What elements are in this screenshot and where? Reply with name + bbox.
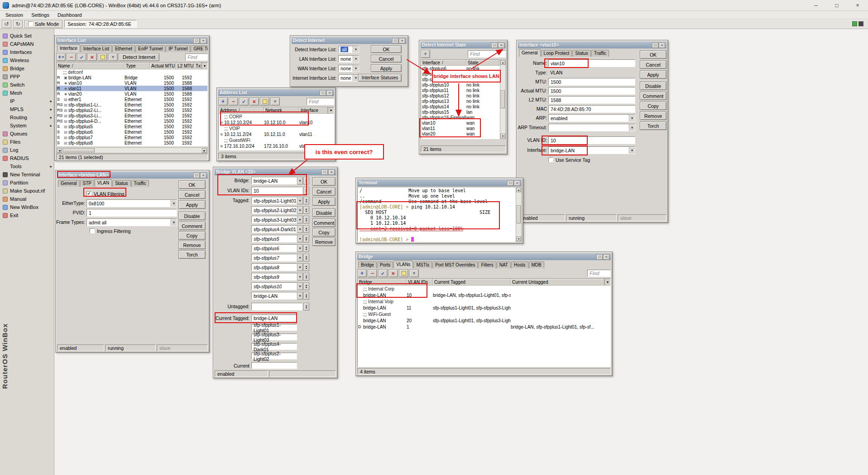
sidebar-item-system[interactable]: System▸ (0, 121, 54, 130)
tagged-dropdown[interactable]: sfp-sfpplus9 (251, 273, 297, 281)
restore-icon[interactable]: □ (320, 90, 326, 96)
table-row[interactable]: Dbridge-LAN1bridge-LAN, sfp-sfpplus1-Lig… (358, 324, 610, 330)
bridge-spinner[interactable]: ▴▾ (303, 177, 309, 184)
table-row[interactable]: sfp-sfpplus14no link (421, 104, 499, 109)
spinner[interactable]: ▴▾ (303, 216, 309, 223)
table-row[interactable]: ;;; Internal Corp (358, 286, 610, 292)
sidebar-item-switch[interactable]: Switch (0, 81, 54, 89)
ok-button[interactable]: OK (371, 45, 402, 53)
spinner[interactable]: ▴▾ (303, 225, 309, 233)
scroll-thumb[interactable] (501, 90, 505, 108)
restore-icon[interactable]: □ (507, 180, 513, 186)
col-address[interactable]: Address/ (219, 107, 264, 113)
vlan-ids-input[interactable]: 10 (251, 187, 302, 194)
spinner[interactable]: ▴▾ (303, 263, 309, 271)
enable-button[interactable]: ✓ (77, 53, 86, 61)
tagged-dropdown[interactable]: bridge-LAN (251, 292, 297, 300)
dropdown-icon[interactable]: ▾ (297, 235, 303, 242)
col-l2-mtu[interactable]: L2 MTU (176, 63, 194, 69)
apply-button[interactable]: Apply (178, 200, 206, 209)
restore-icon[interactable]: □ (491, 43, 498, 48)
table-row[interactable]: sfp-sfpplus11no link (421, 87, 499, 93)
table-row[interactable]: ;;; CORP (219, 114, 334, 120)
disable-button[interactable]: Disable (640, 82, 667, 90)
sidebar-item-partition[interactable]: Partition (0, 179, 54, 187)
sidebar-item-mesh[interactable]: Mesh (0, 89, 54, 97)
scroll-down-icon[interactable]: ▼ (500, 134, 505, 138)
tab-status[interactable]: Status (112, 180, 130, 187)
table-row[interactable]: sfp-sfpplus9no link (421, 77, 499, 82)
safe-mode-toggle[interactable]: Safe Mode (24, 20, 62, 28)
scroll-right-icon[interactable]: ▶ (202, 148, 207, 153)
sidebar-item-ip[interactable]: IP▸ (0, 97, 54, 105)
table-row[interactable]: RS▤sfp-sfpplus3-Li...Ethernet15001592 (57, 113, 207, 118)
terminal-output[interactable]: / Move up to base level .. Move up one l… (357, 187, 516, 242)
table-row[interactable]: S▤sfp-sfpplus7Ethernet15001592 (57, 135, 207, 140)
window-titlebar[interactable]: Bridge □× (357, 253, 611, 260)
close-icon[interactable]: × (399, 38, 405, 44)
table-row[interactable]: sfp-sfpplus10no link (421, 82, 499, 87)
os-titlebar[interactable]: admin@74:4D:28:AD:85:6E (LOB-CORE) - Win… (0, 0, 868, 11)
menu-settings[interactable]: Settings (28, 12, 53, 18)
mac-address-input[interactable]: 74:4D:28:AD:85:70 (548, 105, 635, 113)
restore-icon[interactable]: □ (193, 173, 200, 178)
tab-nat[interactable]: NAT (497, 262, 511, 268)
tab-traffic[interactable]: Traffic (131, 180, 149, 187)
tagged-dropdown[interactable]: sfp-sfpplus3-Light03 (251, 216, 297, 223)
interface-dropdown[interactable]: bridge-LAN▾ (548, 146, 635, 154)
detect-interface-list-dropdown[interactable]: all▾ (338, 46, 359, 53)
tab-gre-tunnel[interactable]: GRE Tunnel (191, 45, 208, 52)
tagged-dropdown[interactable]: sfp-sfpplus8 (251, 263, 297, 271)
disable-button[interactable]: ✕ (388, 269, 398, 277)
spinner[interactable]: ▴▾ (303, 292, 309, 300)
sidebar-item-log[interactable]: Log (0, 146, 54, 154)
arp-timeout-dropdown[interactable]: ▾ (548, 124, 635, 131)
tab-filters[interactable]: Filters (478, 262, 496, 268)
table-row[interactable]: bridge-LAN20sfp-sfpplus1-Light01, sfp-sf… (358, 317, 610, 324)
maximize-button[interactable]: □ (826, 0, 847, 10)
column-select-icon[interactable]: ▼ (201, 63, 207, 69)
close-icon[interactable]: × (659, 43, 665, 48)
sidebar-item-wireless[interactable]: Wireless (0, 56, 54, 64)
scroll-thumb[interactable] (63, 148, 95, 152)
tab-general[interactable]: General (58, 180, 80, 187)
vlan-ids-spinner[interactable]: ▴▾ (303, 187, 309, 194)
tab-hosts[interactable]: Hosts (511, 262, 528, 268)
comment-button[interactable] (98, 53, 107, 61)
dropdown-icon[interactable]: ▾ (297, 225, 303, 233)
close-icon[interactable]: × (603, 254, 609, 260)
spinner[interactable]: ▴▾ (303, 206, 309, 214)
scroll-up-icon[interactable]: ▲ (500, 60, 505, 65)
enable-button[interactable]: ✓ (239, 97, 249, 106)
tab-stp[interactable]: STP (80, 180, 94, 187)
close-button[interactable]: × (847, 0, 868, 10)
find-input[interactable]: Find (468, 50, 506, 58)
table-row[interactable]: sfp-sfpplus6no link (421, 66, 499, 71)
remove-button[interactable]: Remove (640, 111, 667, 120)
col-vlan-ids[interactable]: VLAN IDs (407, 279, 433, 285)
ok-button[interactable]: OK (640, 50, 667, 59)
filter-button[interactable]: ▼ (421, 50, 430, 58)
col-current-untagged[interactable]: Current Untagged (511, 279, 604, 285)
table-row[interactable]: ;;; Internal Voip (358, 298, 610, 305)
remove-button[interactable]: − (67, 53, 76, 61)
window-titlebar[interactable]: Detect Internet State □× (421, 42, 506, 48)
scroll-left-icon[interactable]: ◀ (57, 148, 62, 153)
remove-button[interactable]: Remove (312, 238, 336, 246)
close-icon[interactable]: × (200, 173, 206, 178)
sidebar-item-tools[interactable]: Tools▸ (0, 162, 54, 170)
restore-icon[interactable]: □ (596, 254, 603, 260)
spinner[interactable]: ▴▾ (303, 197, 309, 204)
col-current-tagged[interactable]: Current Tagged (433, 279, 511, 285)
wan-interface-list-dropdown[interactable]: none▾ (338, 65, 359, 72)
scroll-up-icon[interactable]: ▲ (516, 188, 521, 192)
menu-dashboard[interactable]: Dashboard (54, 12, 86, 18)
spinner[interactable]: ▴▾ (303, 244, 309, 252)
name-input[interactable]: vlan10 (548, 59, 635, 67)
window-titlebar[interactable]: Terminal □× (357, 179, 522, 186)
restore-icon[interactable]: □ (193, 38, 200, 44)
restore-icon[interactable]: □ (652, 43, 658, 48)
comment-button[interactable] (399, 269, 408, 277)
table-row-selected[interactable]: R◈vlan11VLAN15001588 (57, 86, 207, 91)
tagged-dropdown[interactable]: sfp-sfpplus7 (251, 254, 297, 262)
